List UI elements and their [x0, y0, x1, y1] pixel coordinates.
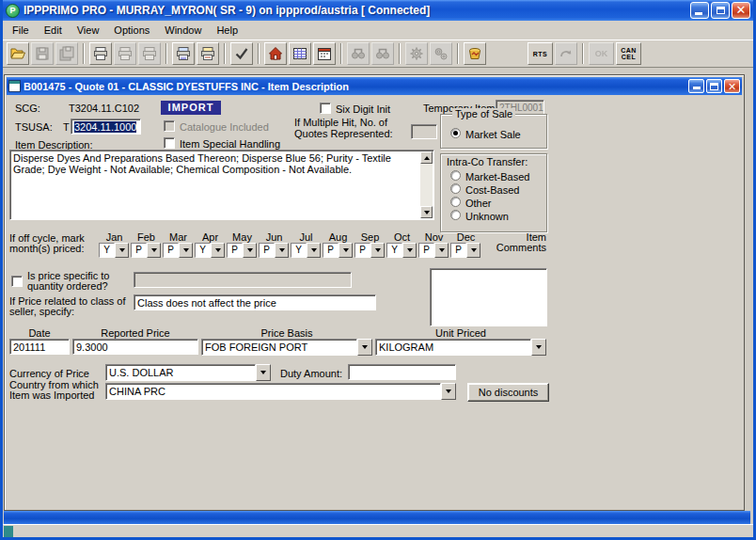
month-combo-nov[interactable]: P	[418, 243, 449, 258]
minimized-window-titlebar[interactable]	[4, 511, 750, 524]
country-value[interactable]: CHINA PRC	[105, 383, 441, 400]
dropdown-button[interactable]	[179, 243, 193, 258]
price-basis-value[interactable]: FOB FOREIGN PORT	[201, 339, 357, 356]
dropdown-button[interactable]	[370, 243, 385, 258]
dropdown-button[interactable]	[357, 339, 372, 356]
quantity-field[interactable]	[134, 272, 352, 288]
date-field[interactable]: 201111	[9, 339, 70, 355]
dropdown-button[interactable]	[434, 243, 449, 258]
dropdown-button[interactable]	[307, 243, 321, 258]
item-special-handling-checkbox[interactable]	[164, 137, 175, 149]
month-value[interactable]: P	[163, 243, 179, 258]
month-value[interactable]: P	[227, 243, 243, 258]
rts-button[interactable]: RTS	[528, 42, 553, 65]
print-preview-button[interactable]	[114, 42, 136, 65]
item-description-textarea[interactable]: Disperse Dyes And Preparations Based The…	[9, 150, 434, 220]
month-value[interactable]: P	[131, 243, 147, 258]
cancel-button[interactable]: CAN CEL	[616, 42, 641, 65]
no-discounts-button[interactable]: No discounts	[467, 383, 549, 402]
dropdown-button[interactable]	[256, 364, 271, 381]
month-value[interactable]: P	[259, 243, 275, 258]
menu-help[interactable]: Help	[209, 23, 245, 38]
redo-button[interactable]	[555, 42, 577, 65]
month-value[interactable]: P	[418, 243, 434, 258]
month-combo-may[interactable]: P	[227, 243, 258, 258]
unknown-radio[interactable]	[450, 210, 461, 220]
month-value[interactable]: Y	[386, 243, 402, 258]
print-form-button[interactable]	[197, 42, 219, 65]
scroll-down-button[interactable]	[420, 206, 433, 218]
reported-price-field[interactable]: 9.3000	[72, 339, 198, 355]
price-basis-combo[interactable]: FOB FOREIGN PORT	[201, 339, 372, 356]
market-sale-radio[interactable]	[450, 128, 461, 138]
close-button[interactable]: ✕	[732, 2, 750, 19]
dropdown-button[interactable]	[531, 339, 546, 356]
menu-file[interactable]: File	[5, 23, 37, 38]
tsusa-field[interactable]: 3204.11.1000	[71, 119, 141, 135]
search-next-button[interactable]	[371, 42, 394, 65]
currency-value[interactable]: U.S. DOLLAR	[105, 364, 256, 381]
dropdown-button[interactable]	[339, 243, 353, 258]
unit-priced-combo[interactable]: KILOGRAM	[375, 339, 546, 356]
save-button[interactable]	[31, 42, 54, 65]
open-button[interactable]	[7, 42, 29, 65]
price-specific-checkbox[interactable]	[11, 276, 23, 287]
menu-edit[interactable]: Edit	[37, 23, 70, 38]
unit-priced-value[interactable]: KILOGRAM	[375, 339, 531, 356]
home-button[interactable]	[264, 42, 287, 65]
catalogue-included-checkbox[interactable]	[164, 120, 175, 132]
cost-based-radio[interactable]	[450, 183, 461, 194]
process-all-button[interactable]	[430, 42, 452, 65]
month-combo-apr[interactable]: Y	[195, 243, 226, 258]
child-close-button[interactable]: ✕	[724, 79, 740, 93]
print-button[interactable]	[89, 42, 112, 65]
dropdown-button[interactable]	[466, 243, 480, 258]
month-combo-jul[interactable]: Y	[291, 243, 322, 258]
menu-options[interactable]: Options	[106, 23, 157, 38]
other-radio[interactable]	[450, 197, 461, 207]
class-of-seller-field[interactable]: Class does not affect the price	[134, 294, 376, 310]
dropdown-button[interactable]	[147, 243, 161, 258]
month-value[interactable]: Y	[195, 243, 211, 258]
description-scrollbar[interactable]	[420, 151, 433, 218]
maximize-button[interactable]	[711, 2, 730, 19]
minimize-button[interactable]	[690, 2, 709, 19]
month-value[interactable]: P	[323, 243, 339, 258]
ok-button[interactable]: OK	[589, 42, 614, 65]
print-setup-button[interactable]	[138, 42, 161, 65]
market-based-radio[interactable]	[450, 170, 461, 181]
month-combo-oct[interactable]: Y	[386, 243, 417, 258]
item-comments-box[interactable]	[430, 268, 547, 326]
scroll-up-button[interactable]	[420, 151, 433, 164]
month-combo-feb[interactable]: P	[131, 243, 162, 258]
menu-window[interactable]: Window	[157, 23, 209, 38]
month-value[interactable]: P	[354, 243, 370, 258]
country-combo[interactable]: CHINA PRC	[105, 383, 456, 400]
child-minimize-button[interactable]	[688, 79, 704, 93]
validate-button[interactable]	[230, 42, 253, 65]
dropdown-button[interactable]	[402, 243, 417, 258]
month-combo-jan[interactable]: Y	[99, 243, 130, 258]
dropdown-button[interactable]	[211, 243, 225, 258]
multiple-hit-field[interactable]	[411, 124, 437, 139]
month-combo-mar[interactable]: P	[163, 243, 194, 258]
month-value[interactable]: Y	[99, 243, 115, 258]
save-all-button[interactable]	[55, 42, 78, 65]
child-maximize-button[interactable]	[706, 79, 722, 93]
month-value[interactable]: P	[450, 243, 466, 258]
dropdown-button[interactable]	[243, 243, 257, 258]
month-combo-sep[interactable]: P	[354, 243, 386, 258]
dropdown-button[interactable]	[441, 383, 456, 400]
menu-view[interactable]: View	[70, 23, 107, 38]
bucket-button[interactable]	[464, 42, 486, 65]
process-button[interactable]	[405, 42, 428, 65]
month-combo-dec[interactable]: P	[450, 243, 481, 258]
month-value[interactable]: Y	[291, 243, 307, 258]
month-combo-jun[interactable]: P	[259, 243, 290, 258]
duty-amount-field[interactable]	[348, 364, 456, 380]
grid-view-button[interactable]	[289, 42, 311, 65]
six-digit-checkbox[interactable]	[320, 103, 331, 114]
dropdown-button[interactable]	[115, 243, 129, 258]
calendar-button[interactable]	[313, 42, 336, 65]
dropdown-button[interactable]	[275, 243, 289, 258]
